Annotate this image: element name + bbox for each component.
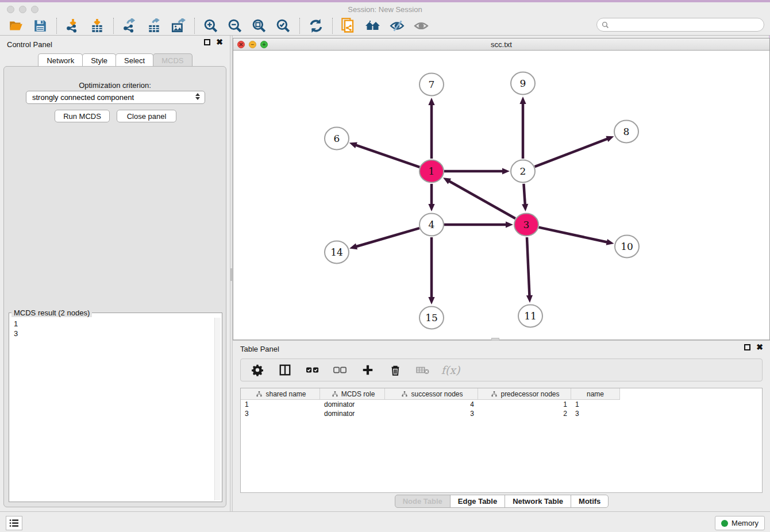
table-row[interactable]: 3 dominator 3 2 3: [241, 409, 762, 418]
float-panel-icon[interactable]: [204, 39, 210, 45]
column-header-predecessor-nodes[interactable]: predecessor nodes: [478, 388, 571, 400]
graph-node-4[interactable]: 4: [419, 214, 444, 236]
tab-select[interactable]: Select: [116, 53, 153, 67]
export-image-icon[interactable]: [170, 18, 186, 34]
search-input[interactable]: [611, 21, 755, 29]
tab-node-table[interactable]: Node Table: [395, 495, 451, 508]
tab-edge-table[interactable]: Edge Table: [450, 495, 505, 508]
graph-edge-arrowhead: [606, 239, 614, 245]
graph-edge-arrowhead: [526, 295, 533, 303]
delete-column-icon[interactable]: [388, 363, 403, 377]
column-header-mcds-role[interactable]: MCDS role: [320, 388, 385, 400]
graph-node-9[interactable]: 9: [511, 72, 535, 95]
table-row[interactable]: 1 dominator 4 1 1: [241, 400, 762, 409]
tab-motifs[interactable]: Motifs: [571, 495, 609, 508]
tab-network[interactable]: Network: [38, 53, 83, 67]
float-table-panel-icon[interactable]: [744, 344, 750, 350]
cell-shared-name: 1: [241, 400, 320, 409]
export-table-icon[interactable]: [146, 18, 162, 34]
zoom-selected-icon[interactable]: [275, 18, 291, 34]
graph-node-15[interactable]: 15: [419, 307, 444, 329]
graph-node-14[interactable]: 14: [325, 241, 349, 264]
graph-node-3[interactable]: 3: [514, 214, 538, 236]
zoom-fit-icon[interactable]: [251, 18, 267, 34]
node-table[interactable]: shared name MCDS role successor nodes pr…: [240, 388, 763, 493]
graph-edge-arrowhead: [349, 142, 357, 148]
graph-node-1[interactable]: 1: [419, 160, 444, 183]
mcds-tab-content: Optimization criterion: strongly connect…: [3, 66, 226, 507]
table-panel: Table Panel ✖ f(x): [233, 340, 770, 511]
graph-edge[interactable]: [356, 228, 419, 246]
tab-mcds[interactable]: MCDS: [153, 53, 192, 67]
graph-edge[interactable]: [449, 181, 515, 219]
graph-node-label: 11: [524, 310, 537, 322]
graph-node-7[interactable]: 7: [419, 74, 444, 96]
gear-icon[interactable]: [250, 363, 265, 377]
graph-node-6[interactable]: 6: [325, 128, 349, 150]
mcds-result-text[interactable]: 1 3: [10, 318, 214, 500]
network-window-titlebar[interactable]: ✕ − + scc.txt: [233, 38, 769, 51]
graph-edge-arrowhead: [428, 297, 434, 304]
tab-style[interactable]: Style: [82, 53, 116, 67]
function-builder-icon[interactable]: f(x): [443, 363, 458, 377]
graph-node-label: 2: [520, 165, 526, 177]
refresh-icon[interactable]: [308, 18, 324, 34]
optimization-criterion-select[interactable]: strongly connected component: [26, 91, 205, 104]
result-scrollbar[interactable]: [214, 318, 221, 500]
graph-edge-arrowhead: [428, 204, 434, 211]
close-panel-button[interactable]: Close panel: [117, 110, 176, 122]
add-column-icon[interactable]: [360, 363, 375, 377]
tab-network-table[interactable]: Network Table: [505, 495, 571, 508]
hide-eye-icon[interactable]: [389, 18, 405, 34]
run-mcds-button[interactable]: Run MCDS: [55, 110, 110, 122]
split-columns-icon[interactable]: [278, 363, 292, 377]
mcds-result-line: 3: [14, 329, 210, 338]
graph-node-11[interactable]: 11: [518, 305, 542, 327]
network-graph[interactable]: 7968124314101511: [233, 51, 769, 340]
graph-edge[interactable]: [523, 184, 525, 205]
zoom-out-icon[interactable]: [227, 18, 243, 34]
graph-edge-arrowhead: [349, 244, 357, 250]
table-header-row: shared name MCDS role successor nodes pr…: [241, 388, 762, 400]
delete-table-icon[interactable]: [415, 363, 430, 377]
save-session-icon[interactable]: [32, 18, 48, 34]
column-header-name[interactable]: name: [571, 388, 620, 400]
clear-checkboxes-icon[interactable]: [333, 363, 348, 377]
cell-successor-nodes: 4: [385, 400, 478, 409]
graph-edge[interactable]: [538, 228, 607, 242]
zoom-in-icon[interactable]: [203, 18, 219, 34]
export-network-icon[interactable]: [122, 18, 138, 34]
import-table-icon[interactable]: [89, 18, 105, 34]
graph-node-8[interactable]: 8: [614, 121, 638, 143]
graph-node-10[interactable]: 10: [615, 236, 639, 258]
home-layout-icon[interactable]: [365, 18, 381, 34]
clone-network-icon[interactable]: [341, 18, 357, 34]
close-table-panel-icon[interactable]: ✖: [756, 344, 763, 350]
column-header-successor-nodes[interactable]: successor nodes: [385, 388, 478, 400]
memory-button[interactable]: Memory: [715, 516, 765, 530]
column-header-shared-name[interactable]: shared name: [241, 388, 320, 400]
import-network-icon[interactable]: [65, 18, 81, 34]
graph-edge-arrowhead: [519, 97, 526, 104]
cell-predecessor-nodes: 1: [478, 400, 571, 409]
graph-node-label: 15: [425, 312, 438, 323]
graph-edge[interactable]: [355, 145, 419, 167]
graph-node-2[interactable]: 2: [511, 160, 535, 183]
task-history-button[interactable]: [6, 516, 22, 530]
graph-node-label: 6: [334, 133, 340, 144]
show-eye-icon[interactable]: [413, 18, 429, 34]
graph-edge-arrowhead: [522, 204, 528, 211]
graph-edge[interactable]: [535, 138, 609, 167]
open-file-icon[interactable]: [8, 18, 24, 34]
graph-edge[interactable]: [527, 237, 530, 296]
main-toolbar: [0, 16, 770, 36]
select-all-checkboxes-icon[interactable]: [305, 363, 320, 377]
status-bar: Memory: [0, 511, 770, 532]
table-tabs: Node Table Edge Table Network Table Moti…: [233, 495, 770, 508]
graph-node-label: 14: [330, 246, 343, 258]
graph-edge-arrowhead: [606, 136, 614, 142]
splitter-grip[interactable]: [230, 268, 232, 281]
close-panel-icon[interactable]: ✖: [216, 39, 223, 45]
network-canvas[interactable]: 7968124314101511: [233, 51, 769, 340]
search-field[interactable]: [596, 18, 764, 32]
